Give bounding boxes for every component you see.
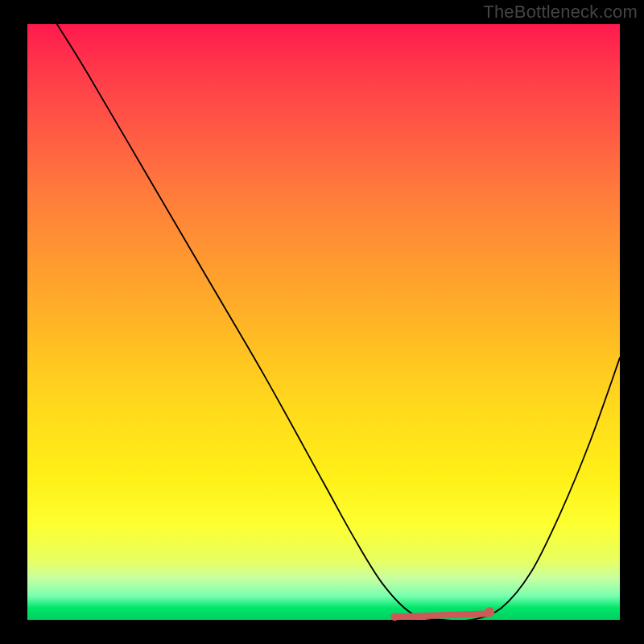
curve-svg: [27, 24, 620, 620]
optimal-band: [394, 613, 489, 617]
chart-frame: TheBottleneck.com: [0, 0, 644, 644]
bottleneck-curve: [57, 24, 620, 621]
optimal-end-dot: [485, 607, 494, 617]
plot-area: [27, 24, 620, 620]
attribution-text: TheBottleneck.com: [483, 2, 638, 23]
optimal-start-dot: [390, 613, 398, 621]
